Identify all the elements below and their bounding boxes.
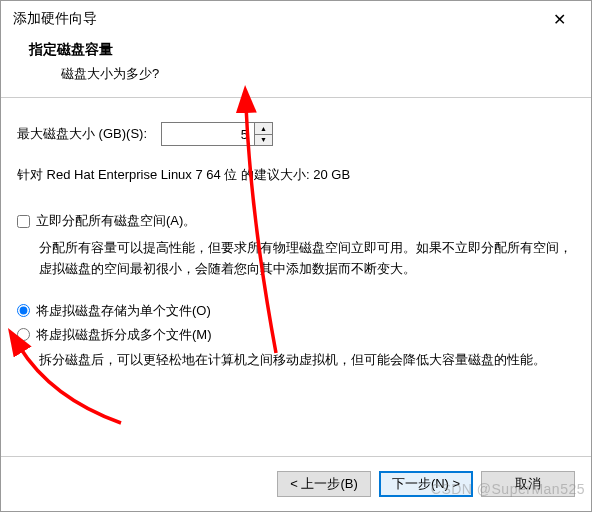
allocate-now-row: 立即分配所有磁盘空间(A)。: [17, 212, 575, 230]
store-single-label: 将虚拟磁盘存储为单个文件(O): [36, 302, 211, 320]
disk-size-label: 最大磁盘大小 (GB)(S):: [17, 125, 147, 143]
cancel-button[interactable]: 取消: [481, 471, 575, 497]
store-split-radio[interactable]: [17, 328, 30, 341]
window-title: 添加硬件向导: [13, 10, 539, 28]
content-panel: 最大磁盘大小 (GB)(S): ▲ ▼ 针对 Red Hat Enterpris…: [1, 98, 591, 404]
spinner-buttons: ▲ ▼: [255, 122, 273, 146]
disk-size-row: 最大磁盘大小 (GB)(S): ▲ ▼: [17, 122, 575, 146]
spinner-down-icon[interactable]: ▼: [255, 135, 272, 146]
store-single-row: 将虚拟磁盘存储为单个文件(O): [17, 302, 575, 320]
store-split-label: 将虚拟磁盘拆分成多个文件(M): [36, 326, 212, 344]
wizard-window: 添加硬件向导 ✕ 指定磁盘容量 磁盘大小为多少? 最大磁盘大小 (GB)(S):…: [0, 0, 592, 512]
allocate-now-label: 立即分配所有磁盘空间(A)。: [36, 212, 196, 230]
close-icon[interactable]: ✕: [539, 10, 579, 29]
recommend-text: 针对 Red Hat Enterprise Linux 7 64 位 的建议大小…: [17, 166, 575, 184]
titlebar: 添加硬件向导 ✕: [1, 1, 591, 37]
footer: < 上一步(B) 下一步(N) > 取消 CSDN @SuperMan525: [1, 456, 591, 511]
wizard-header: 指定磁盘容量 磁盘大小为多少?: [1, 37, 591, 95]
split-desc: 拆分磁盘后，可以更轻松地在计算机之间移动虚拟机，但可能会降低大容量磁盘的性能。: [39, 350, 575, 371]
allocate-desc: 分配所有容量可以提高性能，但要求所有物理磁盘空间立即可用。如果不立即分配所有空间…: [39, 238, 575, 280]
next-button[interactable]: 下一步(N) >: [379, 471, 473, 497]
store-split-row: 将虚拟磁盘拆分成多个文件(M): [17, 326, 575, 344]
store-single-radio[interactable]: [17, 304, 30, 317]
spinner-up-icon[interactable]: ▲: [255, 123, 272, 135]
allocate-now-checkbox[interactable]: [17, 215, 30, 228]
page-heading: 指定磁盘容量: [29, 41, 563, 59]
disk-size-input[interactable]: [161, 122, 255, 146]
page-subheading: 磁盘大小为多少?: [61, 65, 563, 83]
disk-size-spinner: ▲ ▼: [161, 122, 273, 146]
back-button[interactable]: < 上一步(B): [277, 471, 371, 497]
